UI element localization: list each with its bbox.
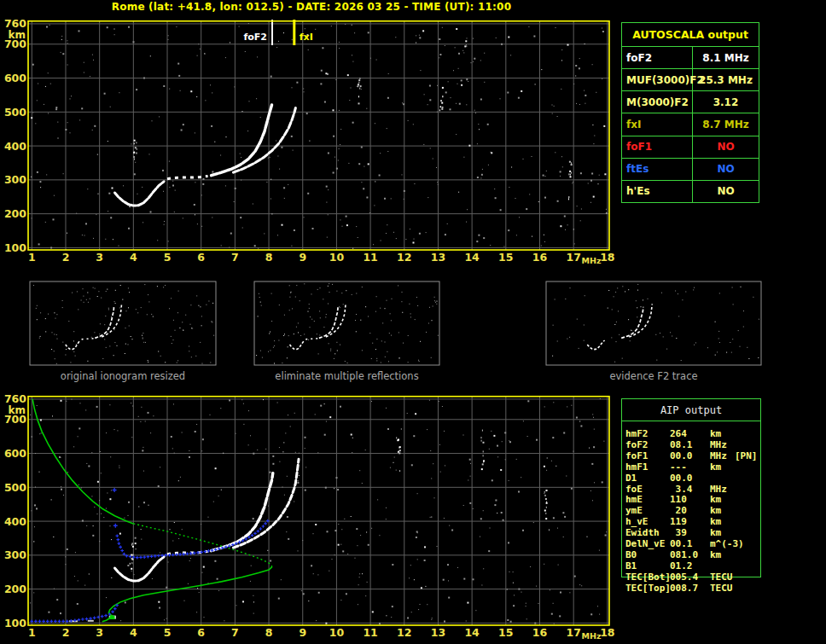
- x-tick-label: 13: [431, 251, 445, 264]
- aip-value: 264: [670, 428, 687, 439]
- autoscala-row-foF1: foF1NO: [622, 136, 759, 159]
- aip-value: 00.0: [670, 473, 693, 484]
- autoscala-value: 3.12: [693, 91, 759, 113]
- autoscala-table-title: AUTOSCALA output: [622, 23, 759, 47]
- y-tick-label: 100: [4, 241, 26, 254]
- panel-mini-trace: [305, 339, 317, 339]
- aip-row-hmF1: hmF1---km: [625, 461, 822, 473]
- aip-value: 00.0: [670, 450, 693, 461]
- aip-param: ymE: [625, 505, 643, 516]
- panel-mini-trace: [587, 340, 604, 350]
- aip-unit: TECU: [710, 583, 733, 594]
- autoscala-row-foF2: foF28.1 MHz: [622, 47, 759, 69]
- y-tick-label: 600: [4, 447, 26, 460]
- aip-value: 119: [670, 516, 687, 527]
- aip-param: B1: [625, 560, 637, 571]
- density-profile-bottomside: [102, 566, 272, 621]
- aip-param: foF1: [625, 450, 649, 461]
- aip-unit: km: [710, 461, 721, 473]
- aip-value: 008.7: [670, 583, 698, 594]
- density-profile-upper: [32, 399, 133, 524]
- y-axis-unit: km: [9, 404, 26, 416]
- aip-param: hmE: [625, 494, 643, 505]
- x-tick-label: 1: [28, 626, 36, 639]
- autoscala-param: M(3000)F2: [622, 91, 693, 113]
- aip-row-foF2: foF208.1MHz: [625, 439, 822, 450]
- aip-value: 08.1: [670, 439, 693, 450]
- y-tick-label: 200: [4, 207, 26, 220]
- x-tick-label: 17: [566, 626, 580, 639]
- aip-value: 20: [670, 505, 687, 516]
- autoscala-param: MUF(3000)F2: [622, 69, 693, 90]
- y-tick-label: 300: [4, 548, 26, 561]
- processing-panels: [0, 273, 826, 368]
- aip-row-B1: B101.2: [625, 560, 822, 571]
- x-tick-label: 4: [130, 251, 137, 264]
- aip-value: 01.2: [670, 560, 693, 571]
- profile-e-blob: [110, 616, 115, 619]
- panel-border: [546, 281, 761, 365]
- autoscala-row-h'Es: h'EsNO: [622, 181, 759, 202]
- panel-mini-trace: [290, 340, 305, 350]
- y-tick-label: 500: [4, 481, 26, 494]
- x-tick-label: 14: [464, 626, 480, 639]
- x-tick-label: 2: [62, 626, 70, 639]
- y-axis-unit: km: [9, 29, 26, 41]
- aip-unit: m^(-3): [710, 538, 744, 549]
- x-tick-label: 10: [329, 251, 345, 264]
- aip-row-D1: D100.0: [625, 473, 822, 484]
- autoscala-value: 8.1 MHz: [693, 47, 759, 68]
- x-tick-label: 8: [265, 626, 273, 639]
- aip-row-TEC[Bot]: TEC[Bot]005.4TECU: [625, 571, 822, 583]
- aip-row-foF1: foF100.0MHz[PN]: [625, 450, 822, 461]
- aip-value: 081.0: [670, 549, 698, 560]
- aip-param: Ewidth: [625, 527, 660, 538]
- aip-unit: TECU: [710, 571, 733, 583]
- x-tick-label: 7: [231, 626, 239, 639]
- autoscala-param: foF2: [622, 47, 693, 68]
- aip-note: [PN]: [735, 450, 758, 461]
- x-tick-label: 7: [231, 251, 239, 264]
- aip-row-h_vE: h_vE119km: [625, 516, 822, 527]
- autoscala-value: NO: [693, 136, 759, 158]
- aip-row-hmE: hmE110km: [625, 494, 822, 505]
- x-tick-label: 17: [566, 251, 580, 264]
- panel-mini-trace: [95, 307, 113, 339]
- x-tick-label: 6: [197, 626, 205, 639]
- panel-border: [254, 281, 439, 365]
- autoscala-row-fxI: fxI8.7 MHz: [622, 113, 759, 136]
- aip-param: h_vE: [625, 516, 649, 527]
- x-tick-label: 12: [397, 626, 411, 639]
- autoscala-value: NO: [693, 159, 759, 180]
- aip-unit: MHz: [710, 450, 727, 461]
- x-tick-label: 15: [498, 251, 513, 264]
- autoscala-row-ftEs: ftEsNO: [622, 159, 759, 181]
- x-tick-label: 4: [130, 626, 137, 639]
- x-tick-label: 2: [62, 251, 70, 264]
- aip-row-DelN_vE: DelN_vE00.1m^(-3): [625, 538, 822, 549]
- aip-param: TEC[Bot]: [625, 571, 671, 583]
- aip-unit: MHz: [710, 484, 727, 495]
- aip-unit: MHz: [710, 439, 727, 450]
- aip-param: TEC[Top]: [625, 583, 671, 594]
- bottom-ionogram-plot: 760700600500400300200100km12345678910111…: [0, 375, 623, 644]
- aip-value: 110: [670, 494, 687, 505]
- aip-row-ymE: ymE 20km: [625, 505, 822, 516]
- aip-unit: km: [710, 505, 721, 516]
- ef-cusp-trace: [115, 557, 165, 581]
- panel-mini-trace: [621, 307, 643, 339]
- x-axis-unit: MHz: [582, 256, 602, 265]
- aip-row-Ewidth: Ewidth 39km: [625, 527, 822, 538]
- aip-value: ---: [670, 461, 687, 473]
- f-flat-trace: [167, 177, 208, 179]
- x-axis-unit: MHz: [582, 631, 602, 641]
- aip-row-B0: B0081.0km: [625, 549, 822, 560]
- aip-param: foF2: [625, 439, 649, 450]
- x-tick-label: 11: [363, 251, 377, 264]
- f2-o-trace: [212, 105, 272, 176]
- autoscala-row-M(3000)F2: M(3000)F23.12: [622, 91, 759, 113]
- x-tick-label: 3: [96, 626, 103, 639]
- fitted-point: [113, 488, 117, 492]
- x-tick-label: 6: [197, 251, 205, 264]
- x-tick-label: 18: [600, 626, 614, 639]
